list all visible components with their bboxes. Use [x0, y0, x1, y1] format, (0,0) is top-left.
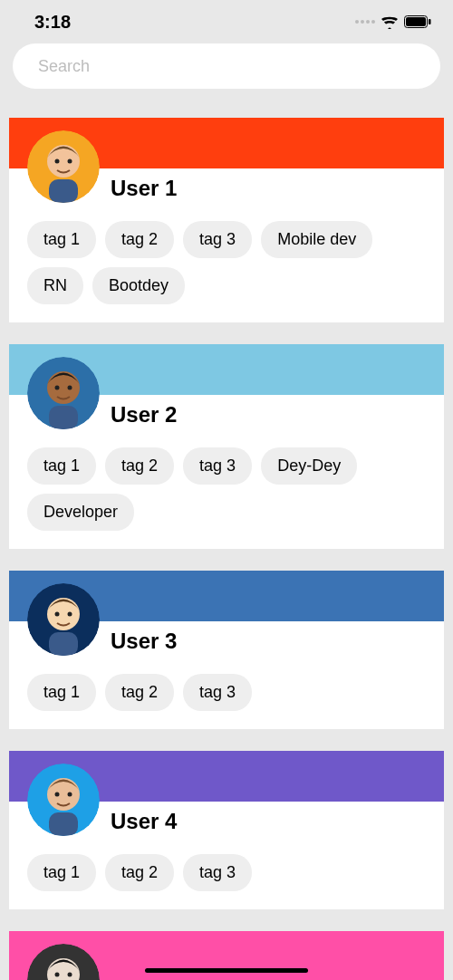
- user-card[interactable]: User 3tag 1tag 2tag 3: [9, 571, 444, 729]
- svg-rect-22: [49, 812, 78, 836]
- tag[interactable]: tag 2: [105, 854, 174, 891]
- user-name: User 2: [111, 402, 177, 428]
- tag[interactable]: tag 3: [183, 674, 252, 711]
- svg-point-6: [68, 159, 72, 164]
- tag-list: tag 1tag 2tag 3: [9, 661, 444, 729]
- home-indicator: [145, 968, 308, 973]
- tag[interactable]: tag 1: [27, 447, 96, 485]
- svg-rect-2: [429, 19, 431, 24]
- svg-rect-17: [49, 632, 78, 656]
- tag[interactable]: tag 3: [183, 854, 252, 891]
- status-time: 3:18: [34, 12, 71, 33]
- tag[interactable]: Dey-Dey: [261, 447, 357, 485]
- tag[interactable]: tag 2: [105, 447, 174, 485]
- svg-point-21: [68, 793, 72, 797]
- tag[interactable]: tag 1: [27, 854, 96, 891]
- tag-list: tag 1tag 2tag 3: [9, 841, 444, 909]
- svg-rect-12: [49, 406, 78, 429]
- tag[interactable]: Bootdey: [92, 267, 185, 304]
- status-bar: 3:18: [0, 0, 453, 40]
- tag[interactable]: Developer: [27, 494, 134, 531]
- avatar: [27, 357, 100, 429]
- user-name: User 3: [111, 629, 177, 654]
- svg-point-26: [68, 973, 72, 977]
- user-card[interactable]: User 2tag 1tag 2tag 3Dey-DeyDeveloper: [9, 344, 444, 549]
- user-name: User 4: [111, 809, 177, 834]
- avatar: [27, 130, 100, 203]
- svg-point-16: [68, 612, 72, 617]
- svg-point-20: [55, 793, 60, 797]
- svg-rect-7: [49, 179, 78, 203]
- user-card[interactable]: User 1tag 1tag 2tag 3Mobile devRNBootdey: [9, 118, 444, 322]
- avatar: [27, 583, 100, 656]
- tag[interactable]: tag 2: [105, 674, 174, 711]
- svg-rect-1: [406, 17, 426, 26]
- battery-icon: [404, 15, 431, 28]
- tag[interactable]: tag 3: [183, 221, 252, 258]
- tag[interactable]: RN: [27, 267, 83, 304]
- search-input[interactable]: [13, 43, 440, 89]
- avatar: [27, 764, 100, 836]
- svg-point-15: [55, 612, 60, 617]
- svg-point-5: [55, 159, 60, 164]
- svg-point-25: [55, 973, 60, 977]
- status-right: [355, 15, 431, 29]
- tag[interactable]: Mobile dev: [261, 221, 372, 258]
- user-list: User 1tag 1tag 2tag 3Mobile devRNBootdey…: [0, 107, 453, 980]
- search-wrap: [0, 40, 453, 107]
- svg-point-10: [55, 386, 60, 390]
- tag[interactable]: tag 1: [27, 674, 96, 711]
- tag-list: tag 1tag 2tag 3Mobile devRNBootdey: [9, 208, 444, 322]
- svg-point-11: [68, 386, 72, 390]
- user-card[interactable]: User 4tag 1tag 2tag 3: [9, 751, 444, 909]
- tag[interactable]: tag 1: [27, 221, 96, 258]
- signal-dots-icon: [355, 20, 375, 24]
- tag-list: tag 1tag 2tag 3Dey-DeyDeveloper: [9, 435, 444, 549]
- tag[interactable]: tag 2: [105, 221, 174, 258]
- user-name: User 1: [111, 176, 177, 201]
- wifi-icon: [381, 15, 399, 29]
- tag[interactable]: tag 3: [183, 447, 252, 485]
